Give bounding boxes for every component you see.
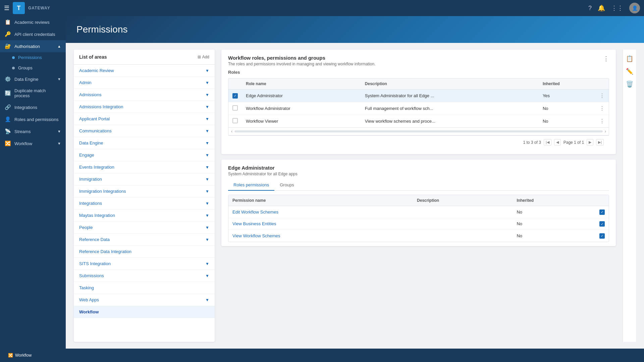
- sidebar-item-label: Duplicate match process: [14, 88, 61, 98]
- table-row[interactable]: Workflow Administrator Full management o…: [228, 102, 609, 115]
- streams-arrow-icon: ▼: [57, 129, 61, 133]
- grid-icon[interactable]: ⋮⋮: [611, 4, 623, 12]
- sidebar-item-workflow[interactable]: 🔀 Workflow ▼: [0, 137, 66, 149]
- perm-inherited-cell: No: [513, 206, 595, 218]
- area-row-communications[interactable]: Communications ▼: [74, 125, 215, 137]
- delete-icon[interactable]: 🗑️: [626, 80, 633, 88]
- workflow-arrow-icon: ▼: [57, 141, 61, 145]
- hamburger-icon[interactable]: ☰: [4, 4, 9, 12]
- sidebar-item-duplicate-match[interactable]: 🔄 Duplicate match process: [0, 85, 66, 101]
- row-checkbox[interactable]: [232, 118, 238, 123]
- chevron-icon: ▼: [205, 201, 209, 206]
- row-menu-icon[interactable]: ⋮: [599, 106, 605, 111]
- row-menu-icon[interactable]: ⋮: [599, 118, 605, 124]
- table-row[interactable]: Workflow Viewer View workflow schemes an…: [228, 115, 609, 128]
- edit-icon[interactable]: ✏️: [626, 68, 633, 75]
- area-row-events-integration[interactable]: Events Integration ▼: [74, 161, 215, 173]
- chevron-icon: ▼: [205, 177, 209, 182]
- table-row[interactable]: Edit Workflow Schemes No ✓: [228, 206, 609, 218]
- row-menu-icon[interactable]: ⋮: [599, 93, 605, 99]
- sidebar-item-label: Integrations: [14, 105, 37, 110]
- sidebar-item-api-credentials[interactable]: 🔑 API client credentials: [0, 28, 66, 40]
- groups-dot-icon: [12, 67, 15, 69]
- area-row-web-apps[interactable]: Web Apps ▼: [74, 294, 215, 306]
- chevron-icon: ▼: [205, 93, 209, 97]
- area-row-submissions[interactable]: Submissions ▼: [74, 270, 215, 282]
- tab-roles-permissions[interactable]: Roles permissions: [228, 180, 274, 191]
- sidebar-item-label: Roles and permissions: [14, 117, 59, 122]
- authorisation-icon: 🔐: [5, 43, 11, 49]
- area-row-immigration[interactable]: Immigration ▼: [74, 173, 215, 185]
- avatar[interactable]: 👤: [629, 3, 640, 13]
- table-row[interactable]: View Workflow Schemes No ✓: [228, 230, 609, 242]
- area-row-people[interactable]: People ▼: [74, 222, 215, 234]
- prev-page-button[interactable]: ◀: [554, 139, 561, 145]
- area-row-sits-integration[interactable]: SITS Integration ▼: [74, 258, 215, 270]
- bell-icon[interactable]: 🔔: [598, 4, 605, 12]
- role-detail-card: Edge Administrator System Administrator …: [221, 160, 616, 246]
- perm-checkbox[interactable]: ✓: [599, 209, 605, 215]
- perm-checkbox[interactable]: ✓: [599, 233, 605, 239]
- area-row-applicant-portal[interactable]: Applicant Portal ▼: [74, 113, 215, 125]
- table-row[interactable]: View Business Entities No ✓: [228, 218, 609, 230]
- area-row-admissions-integration[interactable]: Admissions Integration ▼: [74, 101, 215, 113]
- role-inherited-cell: No: [539, 102, 595, 115]
- area-row-engage[interactable]: Engage ▼: [74, 149, 215, 161]
- pagination: 1 to 3 of 3 |◀ ◀ Page 1 of 1 ▶ ▶|: [228, 135, 609, 149]
- copy-icon[interactable]: 📋: [626, 55, 633, 62]
- bottom-nav-workflow-icon: 🔀: [8, 353, 13, 358]
- role-detail-title: Edge Administrator: [228, 165, 609, 171]
- chevron-icon: ▼: [205, 237, 209, 242]
- col-description: Description: [413, 195, 513, 206]
- area-row-data-engine[interactable]: Data Engine ▼: [74, 137, 215, 149]
- area-row-reference-data-integration[interactable]: Reference Data Integration: [74, 246, 215, 258]
- area-row-integrations[interactable]: Integrations ▼: [74, 197, 215, 209]
- right-action-bar: 📋 ✏️ 🗑️: [623, 50, 636, 342]
- tab-groups[interactable]: Groups: [274, 180, 300, 191]
- bottom-nav-item-workflow[interactable]: 🔀 Workflow: [8, 353, 32, 358]
- col-inherited: Inherited: [539, 78, 595, 89]
- next-page-button[interactable]: ▶: [587, 139, 593, 145]
- area-row-admin[interactable]: Admin ▼: [74, 77, 215, 89]
- chevron-icon: ▼: [205, 225, 209, 230]
- chevron-icon: ▼: [205, 261, 209, 266]
- roles-card-menu-icon[interactable]: ⋮: [603, 55, 609, 62]
- sidebar-item-streams[interactable]: 📡 Streams ▼: [0, 125, 66, 137]
- chevron-icon: ▼: [205, 213, 209, 218]
- main-layout: 📋 Academic reviews 🔑 API client credenti…: [0, 16, 644, 349]
- last-page-button[interactable]: ▶|: [596, 139, 604, 145]
- permissions-table: Permission name Description Inherited Ed…: [228, 195, 609, 242]
- chevron-icon: ▼: [205, 274, 209, 278]
- table-scroll: ‹ ›: [228, 127, 609, 135]
- area-row-immigration-integrations[interactable]: Immigration Integrations ▼: [74, 185, 215, 197]
- first-page-button[interactable]: |◀: [544, 139, 551, 145]
- right-panel: Workflow roles, permissions and groups T…: [221, 50, 616, 342]
- scroll-right-icon[interactable]: ›: [605, 129, 606, 134]
- sidebar-item-groups[interactable]: Groups: [0, 63, 66, 73]
- perm-name-cell: View Workflow Schemes: [228, 230, 413, 242]
- area-row-reference-data[interactable]: Reference Data ▼: [74, 234, 215, 246]
- sidebar-item-roles-permissions[interactable]: 👤 Roles and permissions: [0, 113, 66, 125]
- perm-desc-cell: [413, 218, 513, 230]
- content-area: Permissions List of areas ⊞ Add Academic…: [66, 16, 644, 349]
- scroll-left-icon[interactable]: ‹: [231, 129, 232, 134]
- roles-section: Roles Role name Description Inherited: [221, 70, 616, 154]
- sidebar-item-academic-reviews[interactable]: 📋 Academic reviews: [0, 16, 66, 28]
- sidebar-item-permissions[interactable]: Permissions: [0, 52, 66, 63]
- table-row[interactable]: ✓ Edge Administrator System Administrato…: [228, 89, 609, 102]
- area-row-maytas-integration[interactable]: Maytas Integration ▼: [74, 209, 215, 222]
- row-checkbox[interactable]: ✓: [232, 93, 238, 99]
- sidebar-item-data-engine[interactable]: ⚙️ Data Engine ▼: [0, 73, 66, 85]
- area-row-workflow[interactable]: Workflow: [74, 306, 215, 318]
- row-checkbox[interactable]: [232, 105, 238, 111]
- sidebar-item-label: Workflow: [14, 141, 32, 146]
- area-row-tasking[interactable]: Tasking: [74, 282, 215, 294]
- area-row-academic-review[interactable]: Academic Review ▼: [74, 65, 215, 77]
- sidebar-item-integrations[interactable]: 🔗 Integrations: [0, 101, 66, 113]
- area-row-admissions[interactable]: Admissions ▼: [74, 89, 215, 101]
- app-logo: T: [13, 2, 25, 14]
- add-area-button[interactable]: ⊞ Add: [198, 55, 209, 59]
- sidebar-item-authorisation[interactable]: 🔐 Authorisation ▲: [0, 40, 66, 52]
- help-icon[interactable]: ?: [588, 5, 592, 12]
- perm-checkbox[interactable]: ✓: [599, 221, 605, 227]
